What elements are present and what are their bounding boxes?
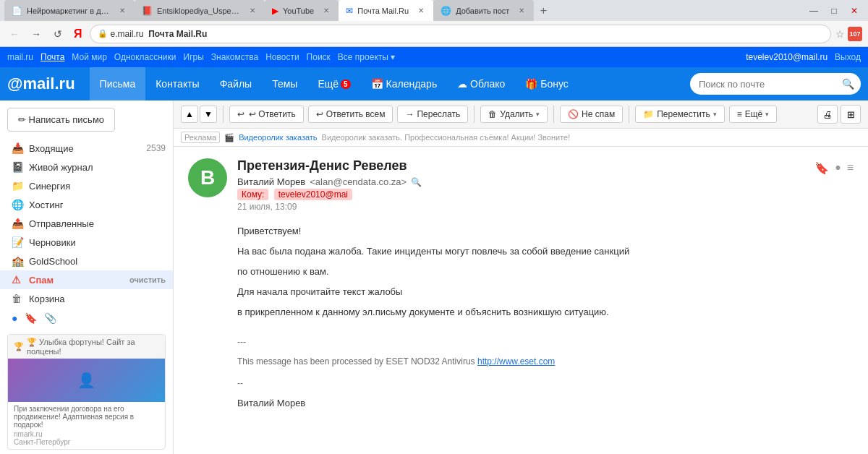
ad-bar: Реклама 🎬 Видеоролик заказать Видеоролик… xyxy=(174,129,868,147)
topbar-link-znakomstva[interactable]: Знакомства xyxy=(211,52,258,62)
topbar-link-pochta[interactable]: Почта xyxy=(41,52,64,62)
folder-drafts[interactable]: 📝 Черновики xyxy=(0,233,173,252)
nav-cloud[interactable]: ☁ Облако xyxy=(447,67,515,100)
nav-themes[interactable]: Темы xyxy=(262,67,307,100)
toolbar-separator-1 xyxy=(223,106,224,123)
tab-neuromarketing[interactable]: 📄 Нейромаркетинг в действи... ✕ xyxy=(4,0,135,21)
move-icon: 📁 xyxy=(643,109,654,119)
unread-dot-icon[interactable]: ● xyxy=(12,312,17,324)
nav-bonus[interactable]: 🎁 Бонус xyxy=(515,67,578,100)
reload-button[interactable]: ↺ xyxy=(49,25,67,43)
sinergia-icon: 📁 xyxy=(12,180,23,192)
tab-close-mail[interactable]: ✕ xyxy=(416,6,426,16)
delete-button[interactable]: 🗑 Удалить ▾ xyxy=(480,106,548,123)
to-address-badge: tevelev2010@mai xyxy=(274,189,352,200)
folder-sent[interactable]: 📤 Отправленные xyxy=(0,214,173,233)
search-input[interactable] xyxy=(690,73,835,95)
tab-close-neuromarketing[interactable]: ✕ xyxy=(117,6,127,16)
reply-all-button[interactable]: ↩ Ответить всем xyxy=(308,106,393,123)
topbar-link-novosti[interactable]: Новости xyxy=(265,52,299,62)
delete-dropdown-icon: ▾ xyxy=(536,111,540,118)
sent-icon: 📤 xyxy=(12,218,23,229)
email-toolbar: ▲ ▼ ↩ ↩ Ответить ↩ Ответить всем → Перес… xyxy=(174,100,868,129)
topbar-link-moimir[interactable]: Мой мир xyxy=(72,52,106,62)
attachment-mini-icon[interactable]: 📎 xyxy=(44,312,56,324)
url-bar[interactable]: 🔒 e.mail.ru Почта Mail.Ru xyxy=(90,25,832,43)
email-options-icon[interactable]: ≡ xyxy=(847,161,854,174)
nav-search: 🔍 xyxy=(690,73,861,95)
folder-livej[interactable]: 📓 Живой журнал xyxy=(0,158,173,176)
reply-button[interactable]: ↩ ↩ Ответить xyxy=(229,106,304,123)
clear-spam-button[interactable]: очистить xyxy=(129,275,166,284)
email-header: В Претензия-Денис Ревелев Виталий Морев … xyxy=(188,158,854,212)
nav-files[interactable]: Файлы xyxy=(210,67,262,100)
tab-close-youtube[interactable]: ✕ xyxy=(321,6,331,16)
topbar-user-email[interactable]: tevelev2010@mail.ru xyxy=(746,52,827,62)
search-button[interactable]: 🔍 xyxy=(835,73,861,95)
sidebar-mini-icons: ● 🔖 📎 xyxy=(0,308,173,328)
folder-inbox[interactable]: 📥 Входящие 2539 xyxy=(0,139,173,158)
ad-label: Реклама xyxy=(181,132,220,143)
topbar-link-vse-proekty[interactable]: Все проекты ▾ xyxy=(338,52,395,62)
bookmark-button[interactable]: ☆ xyxy=(835,28,845,40)
tab-mail[interactable]: ✉ Почта Mail.Ru ✕ xyxy=(339,0,433,21)
more-email-icon[interactable]: ● xyxy=(835,161,841,173)
tab-favicon: 📕 xyxy=(142,6,153,16)
topbar-right: tevelev2010@mail.ru Выход xyxy=(746,52,861,62)
topbar-link-poisk[interactable]: Поиск xyxy=(307,52,331,62)
browser-right-actions: ☆ 107 xyxy=(835,27,862,41)
print-button[interactable]: 🖨 xyxy=(817,105,838,124)
topbar-link-mailru[interactable]: mail.ru xyxy=(7,52,33,62)
maximize-button[interactable]: □ xyxy=(825,3,843,19)
extension-badge[interactable]: 107 xyxy=(848,27,862,41)
not-spam-button[interactable]: 🚫 Не спам xyxy=(560,106,623,123)
hosting-icon: 🌐 xyxy=(12,199,23,210)
sidebar-ad-fortune[interactable]: 🏆 🏆 Улыбка фортуны! Сайт за полцены! 👤 П… xyxy=(7,334,166,450)
folder-sinergia[interactable]: 📁 Синергия xyxy=(0,176,173,195)
email-date: 21 июля, 13:09 xyxy=(237,202,804,212)
forward-button[interactable]: → xyxy=(27,25,45,43)
prev-email-button[interactable]: ▲ xyxy=(181,106,198,123)
next-email-button[interactable]: ▼ xyxy=(200,106,217,123)
search-sender-icon[interactable]: 🔍 xyxy=(411,177,422,187)
folder-trash[interactable]: 🗑 Корзина xyxy=(0,289,173,308)
topbar-link-igry[interactable]: Игры xyxy=(184,52,204,62)
tab-entsiklopediya[interactable]: 📕 Entsiklopediya_Uspeha.pdf ✕ xyxy=(135,0,265,21)
back-button[interactable]: ← xyxy=(6,25,23,43)
nav-contacts[interactable]: Контакты xyxy=(145,67,209,100)
ad-bar-link[interactable]: Видеоролик заказать xyxy=(239,133,317,142)
tab-add-post[interactable]: 🌐 Добавить пост ✕ xyxy=(433,0,534,21)
close-button[interactable]: ✕ xyxy=(845,3,864,19)
reply-icon: ↩ xyxy=(237,109,244,119)
eset-link[interactable]: http://www.eset.com xyxy=(477,356,555,367)
folder-hosting[interactable]: 🌐 Хостинг xyxy=(0,195,173,214)
tab-favicon: ▶ xyxy=(272,6,278,16)
yandex-logo[interactable]: Я xyxy=(74,27,82,40)
email-subject: Претензия-Денис Ревелев xyxy=(237,158,804,174)
nav-more[interactable]: Ещё 5 xyxy=(307,67,360,100)
folder-goldschool[interactable]: 🏫 GoldSchool xyxy=(0,252,173,270)
sidebar-ad-image: 👤 xyxy=(8,359,165,402)
tab-youtube[interactable]: ▶ YouTube ✕ xyxy=(265,0,339,21)
folder-spam[interactable]: ⚠ Спам очистить xyxy=(0,270,173,289)
new-tab-button[interactable]: + xyxy=(534,1,553,20)
compose-button[interactable]: ✏ Написать письмо xyxy=(7,108,115,132)
nav-items: Письма Контакты Файлы Темы Ещё 5 📅 Кален… xyxy=(90,67,579,100)
nav-calendar[interactable]: 📅 Календарь xyxy=(361,67,448,100)
more-button[interactable]: ≡ Ещё ▾ xyxy=(729,106,778,123)
body-line-4: Для начала прочитайте текст жалобы xyxy=(237,284,854,300)
bookmark-mini-icon[interactable]: 🔖 xyxy=(25,312,37,324)
goldschool-icon: 🏫 xyxy=(12,255,23,267)
bookmark-email-icon[interactable]: 🔖 xyxy=(814,161,829,175)
minimize-button[interactable]: — xyxy=(804,3,823,19)
nav-letters[interactable]: Письма xyxy=(90,67,146,100)
tab-close-entsiklopediya[interactable]: ✕ xyxy=(247,6,258,16)
layout-button[interactable]: ⊞ xyxy=(841,105,861,124)
toolbar-separator-3 xyxy=(553,106,554,123)
topbar-link-ok[interactable]: Одноклассники xyxy=(114,52,176,62)
sidebar-ad-body: При заключении договора на его продвижен… xyxy=(8,402,165,449)
topbar-logout[interactable]: Выход xyxy=(835,52,861,62)
move-button[interactable]: 📁 Переместить ▾ xyxy=(635,106,725,123)
tab-close-add-post[interactable]: ✕ xyxy=(516,6,527,16)
forward-button[interactable]: → Переслать xyxy=(397,106,468,123)
